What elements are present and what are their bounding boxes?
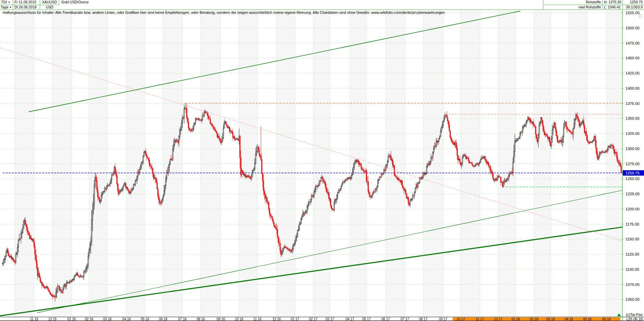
x-axis-month-label: 12 15 — [48, 317, 57, 321]
x-axis-month-label: 06 17 — [381, 317, 390, 321]
x-axis-month-label: 08 16 — [196, 317, 205, 321]
header-bar: 724▼ Tage▼ Fr 11.09.2015 Di 26.06.2018 X… — [0, 0, 644, 10]
month-bands — [0, 9, 622, 317]
header-last-price: 1259.75 — [622, 0, 644, 5]
x-axis-month-label: 04 18 — [565, 317, 573, 321]
instrument-title: Gold USD/Ounce — [59, 0, 160, 5]
y-axis-tick-label: 1250.00 — [625, 177, 640, 181]
x-axis-month-label: 02 17 — [309, 317, 317, 321]
x-axis-month-label: 03 16 — [103, 317, 111, 321]
bar-count-value: 724 — [1, 0, 7, 4]
y-axis-tick-label: 1525.00 — [625, 11, 640, 15]
x-axis-month-label: 01 16 — [67, 317, 76, 321]
x-axis-month-label: 04 16 — [122, 317, 131, 321]
x-axis-month-label: 09 17 — [439, 317, 447, 321]
x-axis-month-label: 03 18 — [546, 317, 555, 321]
y-axis-tick-label: 1350.00 — [625, 116, 640, 120]
period-low-label: L: 1046.41 — [602, 5, 622, 9]
y-axis-tick-label: 1325.00 — [625, 132, 640, 136]
x-axis-month-label: 12 16 — [272, 317, 281, 321]
y-axis-tick-label: 1475.00 — [625, 41, 640, 45]
x-axis-month-label: 01 18 — [511, 317, 520, 321]
x-axis-month-label: 03 17 — [326, 317, 334, 321]
y-axis-tick-label: 1425.00 — [625, 71, 640, 75]
x-axis-month-label: 06 18 — [602, 317, 611, 321]
copyright-label: (c)Tai-Pan — [626, 313, 643, 317]
feed-label: vwd Rohstoffe — [543, 5, 602, 9]
x-axis-month-label: 01 17 — [291, 317, 299, 321]
date-from-field[interactable]: Fr 11.09.2015 — [13, 0, 40, 5]
x-axis-month-label: 04 17 — [346, 317, 354, 321]
x-axis-month-label: 07 17 — [400, 317, 409, 321]
category-label: Rohstoffe — [543, 0, 602, 5]
x-axis-month-label: 11 16 — [253, 317, 262, 321]
y-axis-tick-label: 1075.00 — [625, 283, 640, 287]
last-price-badge-text: 1259.75 — [625, 171, 640, 175]
x-axis-month-label: 11 15 — [30, 317, 38, 321]
x-axis-month-label: 10 17 — [456, 317, 465, 321]
chart-window: { "window": {"width": 1912, "height": 95… — [0, 0, 644, 321]
x-axis-month-label: 09 16 — [217, 317, 225, 321]
y-axis-tick-label: 1125.00 — [625, 252, 639, 256]
y-axis-tick-label: 1050.00 — [625, 297, 640, 301]
header-range-stat: 39.1/353.9 — [622, 5, 644, 9]
chevron-down-icon: ▼ — [8, 1, 10, 3]
disclaimer-text: Haftungsausschluss für Inhalte: Alle Tre… — [3, 10, 447, 14]
y-axis-tick-label: 1225.00 — [625, 192, 640, 196]
y-axis-tick-label: 1500.00 — [625, 26, 640, 30]
x-axis-month-label: 11 17 — [476, 317, 484, 321]
price-chart-canvas[interactable]: 1525.001500.001475.001450.001425.001400.… — [0, 0, 644, 321]
y-axis-tick-label: 1300.00 — [625, 147, 640, 151]
x-axis-month-label: 05 17 — [362, 317, 371, 321]
x-axis-month-label: 08 17 — [419, 317, 427, 321]
y-axis-tick-label: 1400.00 — [625, 86, 640, 90]
x-axis-month-label: 02 16 — [85, 317, 93, 321]
period-high-label: H: 1375.30 — [602, 0, 622, 5]
y-axis-tick-label: 1200.00 — [625, 207, 640, 211]
date-to-field[interactable]: Di 26.06.2018 — [13, 5, 40, 9]
x-axis-month-label: 02 18 — [530, 317, 538, 321]
y-axis-tick-label: 1150.00 — [625, 237, 639, 241]
last-date-label: 26.06.18 — [628, 317, 643, 321]
y-axis-tick-label: 1275.00 — [625, 162, 640, 166]
x-axis-month-label: 06 16 — [159, 317, 167, 321]
period-dropdown[interactable]: Tage▼ — [0, 5, 13, 9]
currency-label: USD — [40, 5, 59, 9]
x-axis-month-label: 07 16 — [178, 317, 187, 321]
period-value: Tage — [1, 5, 8, 9]
chevron-down-icon: ▼ — [9, 6, 12, 8]
x-axis-month-label: 12 17 — [494, 317, 503, 321]
y-axis-tick-label: 1450.00 — [625, 56, 640, 60]
symbol-label: XAUUSD — [40, 0, 59, 5]
price-axis: 1525.001500.001475.001450.001425.001400.… — [621, 9, 644, 321]
x-axis-month-label: 05 18 — [583, 317, 591, 321]
x-axis-month-label: 10 16 — [235, 317, 243, 321]
y-axis-tick-label: 1175.00 — [625, 222, 639, 226]
y-axis-tick-label: 1100.00 — [625, 267, 639, 271]
bar-count-dropdown[interactable]: 724▼ — [0, 0, 13, 5]
y-axis-tick-label: 1375.00 — [625, 101, 640, 106]
x-axis-month-label: 05 16 — [141, 317, 149, 321]
